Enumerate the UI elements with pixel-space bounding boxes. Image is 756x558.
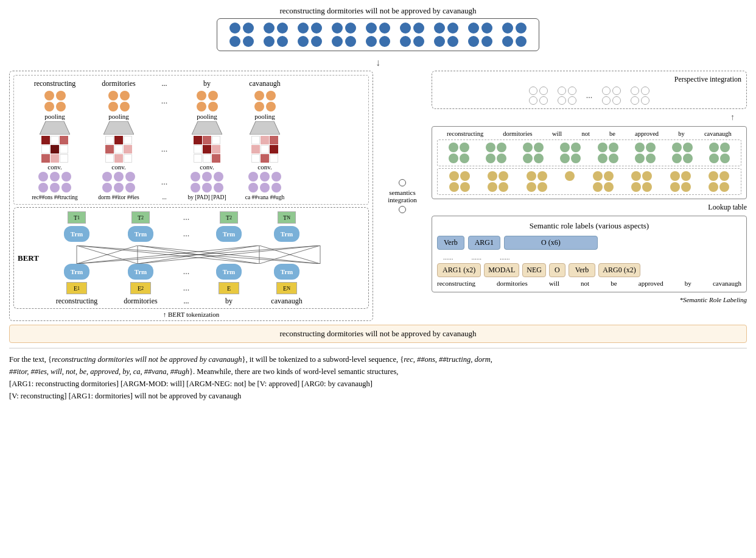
connector-circle-top — [399, 179, 406, 186]
trapezoid-row — [16, 121, 366, 135]
persp-dc-1 — [529, 87, 548, 105]
conv-label-3: conv. — [180, 163, 234, 171]
blue-circle-group — [468, 23, 492, 47]
srl-title: Semantic role labels (various aspects) — [437, 221, 741, 231]
t-nodes-row: T1 T2 ... T2 TN — [16, 211, 366, 224]
yc-1 — [449, 171, 470, 192]
srl-word-4: not — [581, 280, 589, 287]
caption: For the text, {reconstructing dormitorie… — [9, 348, 747, 402]
middle-connector: semanticsintegration — [378, 71, 427, 321]
t-node-4: TN — [278, 211, 296, 224]
gc-6 — [635, 143, 656, 163]
tag-verb-1: Verb — [437, 236, 464, 250]
persp-dots: ... — [586, 87, 593, 105]
gc-8 — [709, 143, 730, 163]
subword-token-dots: ... — [149, 194, 180, 200]
int-word-8: cavanaugh — [704, 130, 732, 137]
yc-4 — [565, 171, 575, 192]
purple-circles-row: ... — [16, 172, 366, 192]
svg-marker-3 — [250, 121, 280, 135]
srl-annotation-label: *Semantic Role Labeling — [432, 296, 747, 303]
blue-circle-group — [366, 23, 390, 47]
gc-3 — [523, 143, 544, 163]
persp-dc-4 — [631, 87, 649, 105]
word-label-by: by — [180, 79, 234, 88]
trm-top-3: Trm — [216, 226, 242, 242]
srl-word-1: reconstructing — [437, 280, 475, 287]
caption-line3: [ARG1: reconstructing dormitories] [ARGM… — [9, 378, 747, 390]
t-node-2: T2 — [131, 211, 150, 224]
embed-nodes-row: E1 E2 ... E EN — [16, 282, 366, 294]
bert-section: BERT T1 T2 ... T2 TN — [13, 207, 369, 309]
yc-6 — [631, 171, 652, 192]
embed-2: E2 — [130, 282, 151, 294]
subword-token-1: rec##ons ##tructing — [21, 194, 88, 200]
blue-circle-group — [332, 23, 356, 47]
tag-verb-2: Verb — [569, 263, 596, 277]
embed-1: E1 — [66, 282, 87, 294]
left-panel: reconstructing dormitories ... by cavana… — [9, 71, 373, 321]
srl-word-8: cavanaugh — [713, 280, 741, 287]
pooling-label-4: pooling — [234, 113, 295, 120]
yc-5 — [593, 171, 614, 192]
bert-word-3: by — [201, 297, 256, 306]
gc-2 — [486, 143, 506, 163]
tag-modal: MODAL — [484, 263, 519, 277]
perspective-integration-label: Perspective integration — [437, 75, 741, 84]
word-label-dots: ... — [149, 79, 180, 88]
trm-top-row: Trm Trm ... Trm Trm — [16, 226, 366, 242]
pooling-label-2: pooling — [88, 113, 149, 120]
bottom-input-box: reconstructing dormitories will not be a… — [9, 325, 747, 343]
srl-dots-rows: .................. — [437, 253, 741, 261]
bert-word-1: reconstructing — [43, 297, 110, 306]
perspective-integration-box: Perspective integration ... — [432, 71, 747, 109]
int-word-5: be — [609, 130, 615, 137]
yellow-circles-row — [440, 171, 738, 192]
trm-top-4: Trm — [274, 226, 299, 242]
blue-circle-group — [298, 23, 322, 47]
top-arrow-down: ↓ — [9, 57, 747, 68]
bert-word-dots: ... — [171, 297, 201, 306]
svg-marker-0 — [40, 121, 70, 135]
top-sentence-label: reconstructing dormitories will not be a… — [9, 6, 747, 16]
word-label-cavanaugh: cavanaugh — [234, 79, 295, 88]
trm-top-2: Trm — [128, 226, 153, 242]
caption-italic-1: reconstructing dormitories will not be a… — [52, 355, 242, 364]
semantics-integration-label: semanticsintegration — [388, 189, 417, 203]
yc-2 — [488, 171, 508, 192]
bert-word-labels: reconstructing dormitories ... by cavana… — [16, 297, 366, 306]
cnn-word-labels-row: reconstructing dormitories ... by cavana… — [16, 79, 366, 88]
blue-circle-group — [434, 23, 458, 47]
srl-word-5: be — [611, 280, 617, 287]
cnn-section: reconstructing dormitories ... by cavana… — [13, 75, 369, 205]
integration-word-labels: reconstructing dormitories will not be a… — [437, 130, 741, 137]
word-label-reconstructing: reconstructing — [21, 79, 88, 88]
arrow-up-persp: ↑ — [432, 113, 747, 122]
embed-3: E — [219, 282, 239, 294]
trm-bottom-3: Trm — [216, 264, 242, 280]
trm-bottom-4: Trm — [274, 264, 299, 280]
trm-bottom-2: Trm — [128, 264, 153, 280]
main-container: reconstructing dormitories will not be a… — [0, 0, 756, 558]
trm-bottom-1: Trm — [64, 264, 89, 280]
orange-circles-row: ... — [16, 91, 366, 111]
conv-label-2: conv. — [88, 163, 149, 171]
svg-marker-1 — [103, 121, 134, 135]
t-node-1: T1 — [68, 211, 86, 224]
conv-matrices-row: ... — [16, 136, 366, 163]
int-word-7: by — [678, 130, 685, 137]
subword-tokens-row: rec##ons ##tructing dorm ##itor ##ies ..… — [16, 194, 366, 200]
bert-word-2: dormitories — [110, 297, 171, 306]
tag-arg1-2: ARG1 (x2) — [437, 263, 481, 277]
pooling-labels-row: pooling pooling pooling pooling — [16, 113, 366, 120]
subword-token-4: ca ##vana ##ugh — [234, 194, 295, 200]
word-label-dormitories: dormitories — [88, 79, 149, 88]
caption-line4: [V: reconstructing] [ARG1: dormitories] … — [9, 390, 747, 402]
srl-word-6: approved — [639, 280, 663, 287]
conv-labels-row: conv. conv. conv. conv. — [16, 163, 366, 171]
blue-circle-group — [229, 23, 254, 47]
srl-word-3: will — [549, 280, 559, 287]
conv-label-4: conv. — [234, 163, 295, 171]
tag-o-2: O — [549, 263, 565, 277]
srl-box: Semantic role labels (various aspects) V… — [432, 216, 747, 292]
